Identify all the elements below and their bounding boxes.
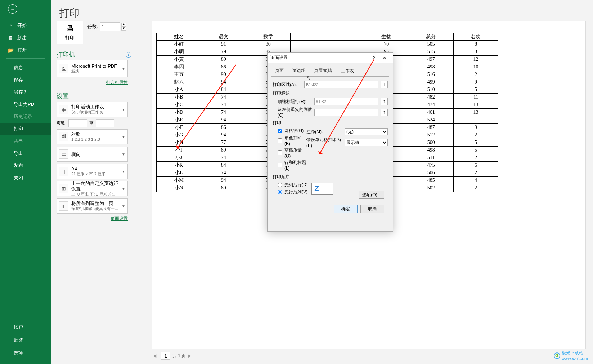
nav-label: 保存 xyxy=(14,77,23,83)
chevron-down-icon: ▼ xyxy=(122,135,125,139)
left-cols-input[interactable] xyxy=(314,109,378,116)
dialog-title: 页面设置 xyxy=(270,55,288,61)
nav-label: 新建 xyxy=(17,35,27,41)
nav-保存[interactable]: 保存 xyxy=(0,74,51,86)
nav-反馈[interactable]: 反馈 xyxy=(0,334,51,347)
setting-main: 将所有列调整为一页 xyxy=(71,201,119,206)
range-select-icon[interactable]: ⭱ xyxy=(381,81,388,88)
nav-label: 导出为PDF xyxy=(14,101,37,108)
printer-status: 就绪 xyxy=(71,69,119,74)
table-cell: 505 xyxy=(409,41,453,48)
nav-label: 关闭 xyxy=(14,175,23,181)
table-cell: 84 xyxy=(201,86,246,94)
dialog-tab-工作表[interactable]: 工作表 xyxy=(337,66,358,77)
nav-信息[interactable]: 信息 xyxy=(0,62,51,74)
table-header xyxy=(340,33,364,41)
nav-选项[interactable]: 选项 xyxy=(0,347,51,360)
table-cell: 赵六 xyxy=(157,78,201,86)
comments-select[interactable]: (无) xyxy=(345,128,388,135)
nav-打开[interactable]: 📂打开 xyxy=(0,44,51,56)
nav-icon: 🗎 xyxy=(8,35,14,41)
dialog-close-button[interactable]: ✕ xyxy=(379,55,390,60)
table-cell: 2 xyxy=(453,184,498,192)
draft-checkbox[interactable] xyxy=(278,150,282,155)
prev-page-button[interactable]: ◀ xyxy=(153,353,159,358)
table-cell: 小明 xyxy=(157,48,201,56)
setting-dropdown-2[interactable]: 🗐对照1,2,3 1,2,3 1,2,3▼ xyxy=(57,129,128,144)
setting-sub: 上: 0 厘米 下: 0 厘米 左:... xyxy=(71,192,119,197)
nav-新建[interactable]: 🗎新建 xyxy=(0,32,51,44)
table-cell: 500 xyxy=(409,139,453,147)
order-down-radio[interactable] xyxy=(278,183,282,187)
printer-dropdown[interactable]: 🖶 Microsoft Print to PDF 就绪 ▼ xyxy=(57,60,128,77)
page-number-input[interactable] xyxy=(161,352,170,360)
table-cell: 89 xyxy=(201,56,246,63)
table-cell: 474 xyxy=(409,101,453,109)
nav-发布[interactable]: 发布 xyxy=(0,159,51,172)
nav-关闭[interactable]: 关闭 xyxy=(0,172,51,184)
errors-label: 错误单元格打印为(E): xyxy=(306,137,342,148)
table-cell: 74 xyxy=(201,154,246,162)
nav-开始[interactable]: ⌂开始 xyxy=(0,19,51,32)
cancel-button[interactable]: 取消 xyxy=(360,205,384,213)
pages-to-input[interactable] xyxy=(96,119,114,127)
table-cell: 91 xyxy=(201,41,246,48)
errors-select[interactable]: 显示值 xyxy=(345,139,388,146)
top-rows-input[interactable] xyxy=(314,98,378,105)
chevron-down-icon: ▼ xyxy=(122,187,125,191)
table-header: 名次 xyxy=(453,33,498,41)
chevron-down-icon: ▼ xyxy=(122,67,125,71)
copies-spinner[interactable]: ▲▼ xyxy=(121,23,126,31)
ok-button[interactable]: 确定 xyxy=(334,205,358,213)
table-cell: 12 xyxy=(453,56,498,63)
printer-section-title: 打印机 xyxy=(57,50,75,59)
dialog-tab-页眉/页脚[interactable]: 页眉/页脚 xyxy=(310,66,336,76)
watermark-logo-icon: G xyxy=(554,352,560,359)
setting-icon: ▥ xyxy=(59,201,68,211)
range-select-icon[interactable]: ⭱ xyxy=(381,98,388,105)
nav-帐户[interactable]: 帐户 xyxy=(0,321,51,334)
table-cell: 5 xyxy=(453,139,498,147)
table-cell: 2 xyxy=(453,71,498,78)
table-cell: 8 xyxy=(453,41,498,48)
setting-dropdown-6[interactable]: ▥将所有列调整为一页缩减打印输出使其只有一...▼ xyxy=(57,198,128,214)
setting-dropdown-3[interactable]: ▭横向▼ xyxy=(57,147,128,162)
setting-sub: 仅打印活动工作表 xyxy=(71,109,119,115)
options-button[interactable]: 选项(O)... xyxy=(359,191,384,199)
order-down-label: 先列后行(D) xyxy=(284,182,308,188)
range-select-icon[interactable]: ⭱ xyxy=(381,109,388,116)
print-order-preview-icon: Z xyxy=(311,183,333,195)
page-setup-link[interactable]: 页面设置 xyxy=(57,216,128,222)
copies-input[interactable] xyxy=(100,22,120,31)
nav-共享[interactable]: 共享 xyxy=(0,135,51,147)
dialog-tab-页边距[interactable]: 页边距 xyxy=(288,66,309,76)
table-header: 总分 xyxy=(409,33,453,41)
bw-checkbox[interactable] xyxy=(278,138,282,143)
setting-dropdown-0[interactable]: ▦打印活动工作表仅打印活动工作表▼ xyxy=(57,102,128,117)
gridlines-checkbox[interactable] xyxy=(278,129,282,133)
print-area-input[interactable] xyxy=(304,81,378,88)
table-cell: 小G xyxy=(157,131,201,139)
setting-dropdown-4[interactable]: ▯A421 厘米 x 29.7 厘米▼ xyxy=(57,164,128,179)
order-over-radio[interactable] xyxy=(278,190,282,194)
rowcol-checkbox[interactable] xyxy=(278,163,282,167)
table-cell: 515 xyxy=(409,48,453,56)
table-cell: 2 xyxy=(453,169,498,177)
next-page-button[interactable]: ▶ xyxy=(188,353,194,358)
chevron-down-icon: ▼ xyxy=(122,170,125,174)
nav-label: 选项 xyxy=(14,350,23,356)
nav-导出为PDF[interactable]: 导出为PDF xyxy=(0,98,51,111)
nav-导出[interactable]: 导出 xyxy=(0,147,51,159)
table-header xyxy=(291,33,315,41)
info-icon[interactable]: i xyxy=(126,52,131,58)
dialog-tab-页面[interactable]: 页面 xyxy=(271,66,288,76)
printer-properties-link[interactable]: 打印机属性 xyxy=(57,80,128,86)
pages-from-input[interactable] xyxy=(68,119,87,127)
table-header xyxy=(315,33,340,41)
nav-另存为[interactable]: 另存为 xyxy=(0,86,51,98)
back-button[interactable]: ← xyxy=(0,0,51,17)
print-button[interactable]: 🖶 打印 xyxy=(57,21,83,44)
setting-dropdown-5[interactable]: ⊞上一次的自定义页边距设置上: 0 厘米 下: 0 厘米 左:...▼ xyxy=(57,181,128,196)
nav-打印[interactable]: 打印 xyxy=(0,123,51,135)
table-cell: 9 xyxy=(453,124,498,131)
